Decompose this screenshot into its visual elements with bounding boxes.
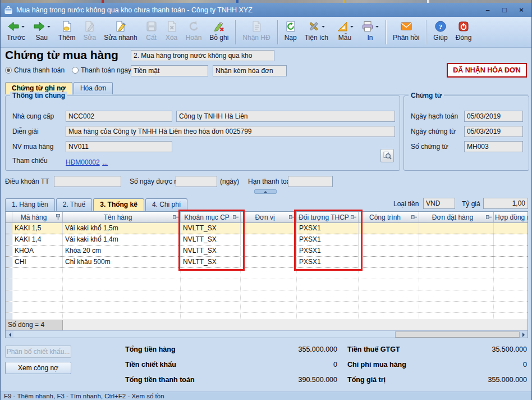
cell-ten-hang[interactable]: Khóa 20 cm [63, 246, 181, 256]
cell-cong-trinh[interactable] [359, 257, 419, 267]
cell-ma-hang[interactable] [12, 268, 63, 279]
record-selector[interactable] [6, 279, 12, 290]
cell-khoan-muc-cp[interactable]: NVLTT_SX [181, 257, 241, 267]
cell-don-vi[interactable] [241, 279, 297, 290]
cell-hop-dong-m[interactable] [494, 302, 528, 312]
cell-don-vi[interactable] [241, 234, 297, 245]
cell-ten-hang[interactable]: Vải kaki khổ 1,4m [63, 234, 181, 245]
tab-thong-ke[interactable]: 3. Thống kê [93, 198, 144, 211]
cell-ten-hang[interactable] [63, 290, 181, 301]
cell-cong-trinh[interactable] [359, 313, 419, 320]
scroll-left-button[interactable] [6, 331, 13, 338]
cell-don-dat-hang[interactable] [419, 268, 494, 279]
cell-doi-tuong-thcp[interactable] [297, 290, 359, 301]
cell-hop-dong-m[interactable] [494, 290, 528, 301]
cell-hop-dong-m[interactable] [494, 234, 528, 245]
cell-ma-hang[interactable]: KAKI 1,5 [12, 223, 63, 234]
cell-hop-dong-m[interactable] [494, 246, 528, 256]
view-payables-button[interactable]: Xem công nợ [5, 362, 71, 374]
dropdown-caret-icon[interactable] [375, 26, 379, 29]
record-selector[interactable] [6, 290, 12, 301]
cell-khoan-muc-cp[interactable]: NVLTT_SX [181, 234, 241, 245]
column-header-hop-dong-m[interactable]: Hợp đồng m [494, 212, 528, 223]
cell-cong-trinh[interactable] [359, 234, 419, 245]
reference-more-link[interactable]: ... [102, 158, 108, 166]
exchange-rate-field[interactable]: 1,00 [483, 198, 528, 209]
payment-method-field[interactable]: Tiền mặt [131, 65, 208, 76]
reference-lookup-button[interactable] [380, 149, 394, 162]
column-header-khoan-muc-cp[interactable]: Khoản mục CP [181, 212, 241, 223]
cell-cong-trinh[interactable] [359, 246, 419, 256]
empty-row[interactable] [6, 268, 528, 279]
cell-doi-tuong-thcp[interactable]: PXSX1 [297, 234, 359, 245]
cell-hop-dong-m[interactable] [494, 268, 528, 279]
cell-doi-tuong-thcp[interactable]: PXSX1 [297, 257, 359, 267]
reference-link[interactable]: HĐM00002 [66, 158, 100, 166]
doc-type-field[interactable]: 2. Mua hàng trong nước không qua kho [131, 50, 274, 61]
toolbar-button-them[interactable]: Thêm [54, 17, 80, 47]
cell-doi-tuong-thcp[interactable] [297, 279, 359, 290]
supplier-code-field[interactable]: NCC002 [66, 111, 172, 122]
cell-khoan-muc-cp[interactable] [181, 313, 241, 320]
table-row[interactable]: CHIChỉ khâu 500mNVLTT_SXPXSX1 [6, 257, 528, 268]
tab-hang-tien[interactable]: 1. Hàng tiền [5, 198, 55, 211]
table-row[interactable]: KAKI 1,5Vải kaki khổ 1,5mNVLTT_SXPXSX1 [6, 223, 528, 234]
collapse-handle[interactable] [254, 189, 277, 194]
document-number-field[interactable]: MH003 [464, 141, 523, 152]
cell-cong-trinh[interactable] [359, 223, 419, 234]
table-row[interactable]: KHOAKhóa 20 cmNVLTT_SXPXSX1 [6, 246, 528, 257]
cell-cong-trinh[interactable] [359, 279, 419, 290]
pin-icon[interactable] [55, 214, 61, 220]
cell-don-vi[interactable] [241, 257, 297, 267]
cell-don-dat-hang[interactable] [419, 234, 494, 245]
column-header-cong-trinh[interactable]: Công trình [359, 212, 419, 223]
payment-term-field[interactable] [54, 176, 121, 187]
cell-ma-hang[interactable]: KAKI 1,4 [12, 234, 63, 245]
toolbar-button-nap[interactable]: Nạp [281, 17, 301, 47]
empty-row[interactable] [6, 313, 528, 320]
cell-khoan-muc-cp[interactable] [181, 302, 241, 312]
cell-doi-tuong-thcp[interactable] [297, 313, 359, 320]
close-button[interactable]: × [515, 3, 528, 17]
tab-hoa-don[interactable]: Hóa đơn [74, 82, 113, 94]
empty-row[interactable] [6, 290, 528, 302]
credit-days-field[interactable] [176, 176, 217, 187]
cell-khoan-muc-cp[interactable] [181, 268, 241, 279]
radio-chua-thanh-toan[interactable]: Chưa thanh toán [5, 66, 65, 74]
toolbar-button-sau[interactable]: Sau [29, 17, 54, 47]
record-selector[interactable] [6, 313, 12, 320]
cell-don-dat-hang[interactable] [419, 257, 494, 267]
cell-don-vi[interactable] [241, 313, 297, 320]
description-field[interactable]: Mua hàng của Công ty TNHH Hà Liên theo h… [66, 126, 395, 137]
maximize-button[interactable]: □ [498, 3, 511, 17]
cell-don-vi[interactable] [241, 246, 297, 256]
cell-ten-hang[interactable] [63, 279, 181, 290]
cell-ten-hang[interactable] [63, 302, 181, 312]
toolbar-button-truoc[interactable]: Trước [3, 17, 29, 47]
cell-don-dat-hang[interactable] [419, 223, 494, 234]
cell-khoan-muc-cp[interactable] [181, 290, 241, 301]
cell-doi-tuong-thcp[interactable] [297, 302, 359, 312]
cell-khoan-muc-cp[interactable]: NVLTT_SX [181, 246, 241, 256]
cell-don-dat-hang[interactable] [419, 279, 494, 290]
toolbar-button-tien-ich[interactable]: Tiện ích [301, 17, 332, 47]
scroll-right-button[interactable] [520, 331, 528, 338]
column-header-doi-tuong-thcp[interactable]: Đối tượng THCP [297, 212, 359, 223]
column-header-don-vi[interactable]: Đơn vị [241, 212, 297, 223]
horizontal-scrollbar[interactable] [6, 330, 528, 338]
pin-icon[interactable] [486, 214, 492, 220]
column-header-ma-hang[interactable]: Mã hàng [12, 212, 63, 223]
toolbar-button-bo-ghi[interactable]: Bỏ ghi [205, 17, 232, 47]
cell-ma-hang[interactable]: KHOA [12, 246, 63, 256]
toolbar-button-mau[interactable]: Mẫu [332, 17, 357, 47]
cell-don-dat-hang[interactable] [419, 290, 494, 301]
dropdown-caret-icon[interactable] [322, 26, 325, 29]
cell-don-vi[interactable] [241, 302, 297, 312]
toolbar-button-dong[interactable]: Đóng [452, 17, 476, 47]
record-selector[interactable] [6, 257, 12, 267]
cell-doi-tuong-thcp[interactable]: PXSX1 [297, 223, 359, 234]
cell-ten-hang[interactable]: Chỉ khâu 500m [63, 257, 181, 267]
pin-icon[interactable] [233, 214, 239, 220]
dropdown-caret-icon[interactable] [21, 26, 25, 29]
cell-don-vi[interactable] [241, 290, 297, 301]
